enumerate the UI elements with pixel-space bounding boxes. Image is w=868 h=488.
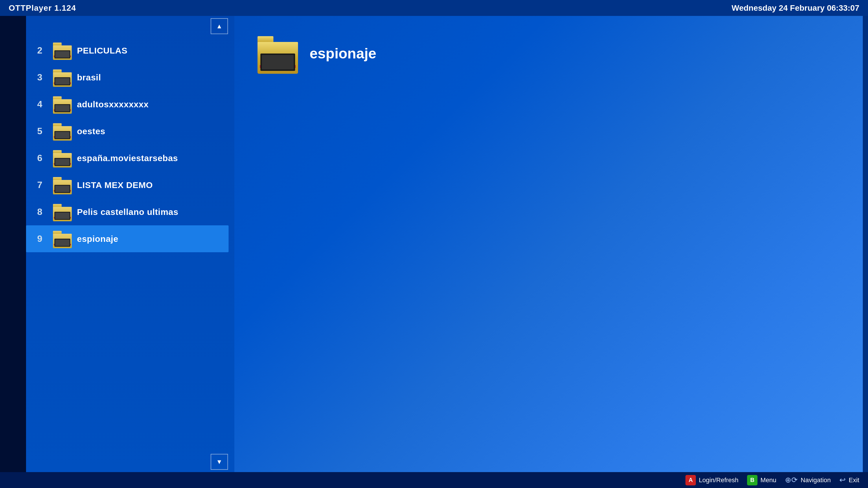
menu-label: Menu <box>761 477 776 484</box>
item-number: 2 <box>32 45 48 56</box>
item-label: españa.moviestarsebas <box>77 153 178 163</box>
folder-icon <box>53 175 72 194</box>
folder-icon <box>53 149 72 167</box>
status-bar: A Login/Refresh B Menu ⊕⟳ Navigation ↩ E… <box>0 472 868 488</box>
item-label: oestes <box>77 126 105 136</box>
btn-b-badge: B <box>747 475 757 485</box>
scroll-up-button[interactable]: ▲ <box>211 18 228 34</box>
list-item[interactable]: 7 LISTA MEX DEMO <box>26 171 228 198</box>
menu-item: B Menu <box>747 475 776 485</box>
list-item[interactable]: 4 adultosxxxxxxxx <box>26 91 228 118</box>
list-item[interactable]: 2 PELICULAS <box>26 37 228 64</box>
folder-icon <box>53 68 72 87</box>
sidebar: ▲ 2 PELICULAS 3 bras <box>26 16 235 472</box>
list-item[interactable]: 6 españa.moviestarsebas <box>26 144 228 171</box>
login-refresh-item: A Login/Refresh <box>685 475 738 485</box>
item-label: LISTA MEX DEMO <box>77 180 153 190</box>
category-list: 2 PELICULAS 3 brasil 4 <box>26 34 228 454</box>
preview-content: espionaje <box>257 33 376 74</box>
list-item[interactable]: 9 espionaje <box>26 225 228 252</box>
scroll-down-icon: ▼ <box>216 458 222 466</box>
scroll-down-button[interactable]: ▼ <box>211 454 228 470</box>
item-number: 4 <box>32 99 48 110</box>
item-label: brasil <box>77 73 101 83</box>
preview-folder-icon <box>257 33 298 74</box>
item-label: PELICULAS <box>77 46 128 56</box>
navigation-item: ⊕⟳ Navigation <box>785 476 831 485</box>
scroll-up-icon: ▲ <box>216 23 222 30</box>
folder-icon <box>53 41 72 60</box>
item-number: 6 <box>32 153 48 163</box>
login-refresh-label: Login/Refresh <box>699 477 738 484</box>
btn-a-badge: A <box>685 475 696 485</box>
preview-title: espionaje <box>310 45 376 62</box>
folder-icon <box>53 95 72 114</box>
navigation-label: Navigation <box>801 477 831 484</box>
item-number: 3 <box>32 72 48 83</box>
item-label: espionaje <box>77 234 118 244</box>
header-bar: OTTPlayer 1.124 Wednesday 24 February 06… <box>0 0 868 16</box>
left-strip <box>0 16 26 472</box>
exit-icon: ↩ <box>839 476 846 485</box>
folder-icon <box>53 229 72 248</box>
item-number: 9 <box>32 233 48 244</box>
exit-label: Exit <box>848 477 859 484</box>
list-item[interactable]: 5 oestes <box>26 118 228 144</box>
exit-item: ↩ Exit <box>839 476 859 485</box>
item-number: 5 <box>32 126 48 136</box>
preview-panel: espionaje <box>235 16 868 472</box>
folder-icon <box>53 122 72 140</box>
item-number: 8 <box>32 206 48 217</box>
app-title: OTTPlayer 1.124 <box>9 3 76 13</box>
dpad-icon: ⊕⟳ <box>785 476 798 485</box>
item-number: 7 <box>32 180 48 190</box>
folder-icon <box>53 202 72 221</box>
list-item[interactable]: 8 Pelis castellano ultimas <box>26 198 228 225</box>
datetime: Wednesday 24 February 06:33:07 <box>732 3 859 13</box>
item-label: Pelis castellano ultimas <box>77 207 178 217</box>
list-item[interactable]: 3 brasil <box>26 64 228 91</box>
item-label: adultosxxxxxxxx <box>77 99 149 109</box>
